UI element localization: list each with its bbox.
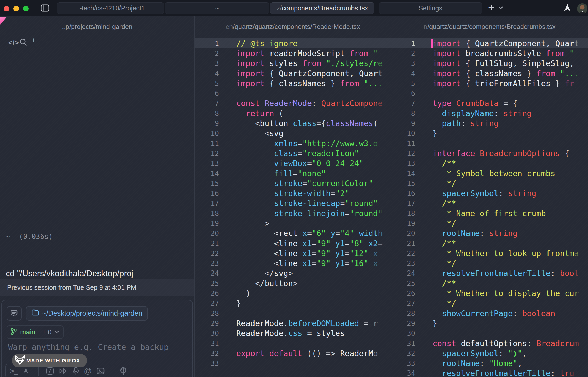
avatar[interactable] <box>577 3 587 14</box>
mention-icon[interactable]: @ <box>84 367 92 375</box>
code-line[interactable]: 18 * Name of first crumb <box>391 208 588 218</box>
code-line[interactable]: 27} <box>195 298 391 308</box>
code-line[interactable]: 19 > <box>195 218 391 228</box>
ai-brain-icon[interactable] <box>119 367 127 375</box>
code-line[interactable]: 19 */ <box>391 218 588 228</box>
code-line[interactable]: 30 <box>391 328 588 338</box>
terminal-mode-icon[interactable]: >_ <box>10 367 18 375</box>
code-line[interactable]: 4import { classNames } from "... <box>391 68 588 78</box>
tab-settings[interactable]: Settings <box>379 2 482 14</box>
code-line[interactable]: 7const ReaderMode: QuartzCompone <box>195 98 391 108</box>
command-input-placeholder[interactable]: Warp anything e.g. Create a backup <box>8 343 169 352</box>
code-line[interactable]: 25 </button> <box>195 278 391 288</box>
code-line[interactable]: 27 */ <box>391 298 588 308</box>
code-line[interactable]: 26 * Whether to display the cur <box>391 288 588 298</box>
code-line[interactable]: 4import { QuartzComponent, Quart <box>195 68 391 78</box>
code-line[interactable]: 30ReaderMode.css = styles <box>195 328 391 338</box>
code-line[interactable]: 17 stroke-linecap="round" <box>195 198 391 208</box>
git-status-pill[interactable]: main ± 0 <box>7 325 64 339</box>
code-line[interactable]: 29} <box>391 318 588 328</box>
code-line[interactable]: 32 spacerSymbol: "❯", <box>391 348 588 358</box>
editor-pane-breadcrumbs[interactable]: n/quartz/quartz/components/Breadcrumbs.t… <box>391 16 588 377</box>
tab-home[interactable]: ~ <box>165 2 269 14</box>
code-line[interactable]: 1import { QuartzComponent, Quart <box>391 38 588 48</box>
code-line[interactable]: 8 return ( <box>195 108 391 118</box>
working-directory-pill[interactable]: ~/Desktop/projects/mind-garden <box>26 306 148 321</box>
search-icon[interactable] <box>19 38 27 47</box>
code-line[interactable]: 16 stroke-width="2" <box>195 188 391 198</box>
tab-project1[interactable]: ..-tech/cs-4210/Project1 <box>57 2 164 14</box>
code-line[interactable]: 6 <box>195 88 391 98</box>
code-line[interactable]: 1// @ts-ignore <box>195 38 391 48</box>
code-line[interactable]: 14 fill="none" <box>195 168 391 178</box>
code-line[interactable]: 16 spacerSymbol: string <box>391 188 588 198</box>
close-window-button[interactable] <box>4 6 9 11</box>
code-line[interactable]: 13 /** <box>391 158 588 168</box>
code-line[interactable]: 17 /** <box>391 198 588 208</box>
code-line[interactable]: 20 rootName: string <box>391 228 588 238</box>
chevron-down-icon[interactable] <box>55 330 59 334</box>
code-line[interactable]: 5import { classNames } from "... <box>195 78 391 88</box>
code-line[interactable]: 23 */ <box>391 258 588 268</box>
maximize-window-button[interactable] <box>23 6 29 11</box>
code-line[interactable]: 22 <line x1="9" y1="12" x <box>195 248 391 258</box>
code-line[interactable]: 21 /** <box>391 238 588 248</box>
code-line[interactable]: 2import readerModeScript from " <box>195 48 391 58</box>
code-line[interactable]: 2import breadcrumbsStyle from " <box>391 48 588 58</box>
add-block-icon[interactable]: ± <box>31 38 37 44</box>
slash-command-icon[interactable] <box>46 367 54 375</box>
code-line[interactable]: 5import { trieFromAllFiles } fr <box>391 78 588 88</box>
code-text: */ <box>415 179 588 188</box>
image-attach-icon[interactable] <box>96 367 105 375</box>
code-line[interactable]: 33 rootName: "Home", <box>391 358 588 368</box>
code-view[interactable]: 1import { QuartzComponent, Quart2import … <box>391 38 588 377</box>
fast-forward-icon[interactable] <box>59 368 68 374</box>
code-line[interactable]: 33 <box>195 358 391 368</box>
code-line[interactable]: 28 showCurrentPage: boolean <box>391 308 588 318</box>
code-line[interactable]: 13 viewBox="0 0 24 24" <box>195 158 391 168</box>
code-line[interactable]: 9 <button class={classNames( <box>195 118 391 128</box>
code-line[interactable]: 8 displayName: string <box>391 108 588 118</box>
code-line[interactable]: 9 path: string <box>391 118 588 128</box>
code-line[interactable]: 29ReaderMode.beforeDOMLoaded = r <box>195 318 391 328</box>
code-line[interactable]: 21 <line x1="9" y1="8" x2= <box>195 238 391 248</box>
code-view-icon[interactable]: </> <box>8 39 19 47</box>
code-line[interactable]: 3import { FullSlug, SimpleSlug, <box>391 58 588 68</box>
code-line[interactable]: 11 <box>391 138 588 148</box>
code-line[interactable]: 14 * Symbol between crumbs <box>391 168 588 178</box>
code-line[interactable]: 24 </svg> <box>195 268 391 278</box>
code-line[interactable]: 15 */ <box>391 178 588 188</box>
minimize-window-button[interactable] <box>13 6 19 11</box>
code-line[interactable]: 23 <line x1="9" y1="16" x <box>195 258 391 268</box>
microphone-icon[interactable] <box>72 367 79 375</box>
editor-pane-readermode[interactable]: en/quartz/quartz/components/ReaderMode.t… <box>195 16 391 377</box>
code-line[interactable]: 15 stroke="currentColor" <box>195 178 391 188</box>
code-line[interactable]: 10 <svg <box>195 128 391 138</box>
code-line[interactable]: 12 class="readerIcon" <box>195 148 391 158</box>
chat-bubble-button[interactable] <box>7 306 22 321</box>
code-line[interactable]: 11 xmlns="http://www.w3.o <box>195 138 391 148</box>
code-line[interactable]: 7type CrumbData = { <box>391 98 588 108</box>
chevron-down-icon[interactable] <box>498 6 504 11</box>
terminal-pane[interactable]: </> ± ..p/projects/mind-garden ~(0.036s)… <box>0 16 195 377</box>
code-line[interactable]: 28 <box>195 308 391 318</box>
code-line[interactable]: 20 <rect x="6" y="4" width <box>195 228 391 238</box>
code-line[interactable]: 31 <box>195 338 391 348</box>
code-line[interactable]: 22 * Whether to look up frontma <box>391 248 588 258</box>
code-line[interactable]: 26 ) <box>195 288 391 298</box>
code-line[interactable]: 32export default (() => ReaderMo <box>195 348 391 358</box>
warp-ai-mode-icon[interactable] <box>23 367 29 375</box>
code-line[interactable]: 10} <box>391 128 588 138</box>
tab-breadcrumbs[interactable]: z/components/Breadcrumbs.tsx <box>270 2 374 14</box>
new-tab-button[interactable]: + <box>486 2 497 14</box>
code-line[interactable]: 25 /** <box>391 278 588 288</box>
code-line[interactable]: 24 resolveFrontmatterTitle: bool <box>391 268 588 278</box>
code-view[interactable]: 1// @ts-ignore2import readerModeScript f… <box>195 38 391 368</box>
code-line[interactable]: 6 <box>391 88 588 98</box>
code-line[interactable]: 3import styles from "./styles/re <box>195 58 391 68</box>
code-line[interactable]: 34 resolveFrontmatterTitle: tru <box>391 368 588 377</box>
sidebar-toggle-icon[interactable] <box>41 4 49 12</box>
code-line[interactable]: 18 stroke-linejoin="round" <box>195 208 391 218</box>
code-line[interactable]: 12interface BreadcrumbOptions { <box>391 148 588 158</box>
code-line[interactable]: 31const defaultOptions: Breadcrum <box>391 338 588 348</box>
